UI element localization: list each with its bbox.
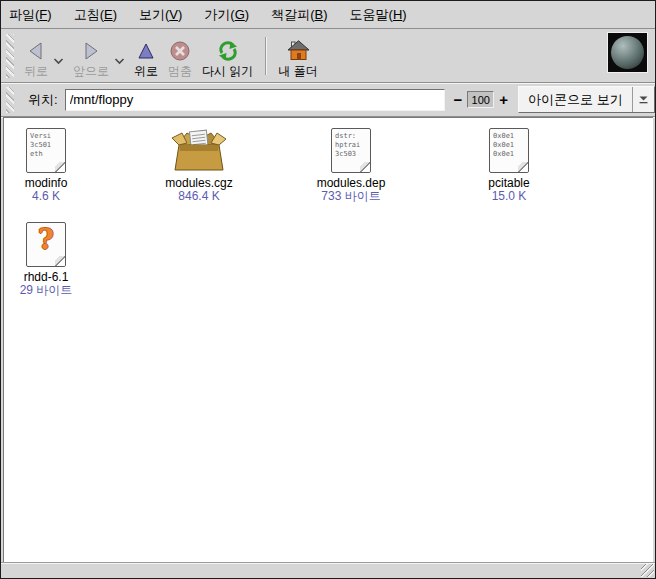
forward-arrow-icon [81,38,101,64]
menu-help[interactable]: 도움말(H) [350,6,407,24]
up-button[interactable]: 위로 [129,32,163,80]
location-input[interactable] [65,89,445,111]
unknown-document-icon: ? [26,222,66,267]
menu-view[interactable]: 보기(V) [139,6,182,24]
file-size: 733 바이트 [321,190,380,203]
home-button[interactable]: 내 폴더 [273,32,322,80]
status-bar [1,562,655,578]
home-icon [287,38,310,64]
file-size: 15.0 K [492,190,527,203]
reload-icon [216,38,240,64]
chevron-down-icon [639,95,648,104]
menu-edit[interactable]: 고침(E) [74,6,117,24]
package-icon [170,128,228,173]
file-item-modules-cgz[interactable]: modules.cgz 846.4 K [134,126,264,203]
up-arrow-icon [136,38,156,64]
folded-corner [360,162,371,173]
toolbar-separator [265,37,266,75]
resize-grip[interactable] [641,564,654,577]
text-document-icon: Versi3c501eth [26,128,66,173]
toolbar-drag-handle[interactable] [6,34,14,78]
file-size: 29 바이트 [20,284,73,297]
toolbar: 뒤로 앞으로 위로 [1,29,655,83]
question-mark-glyph: ? [27,224,65,255]
menubar: 파일(F) 고침(E) 보기(V) 가기(G) 책갈피(B) 도움말(H) [1,1,655,29]
file-size: 846.4 K [178,190,219,203]
menu-bookmarks[interactable]: 책갈피(B) [271,6,327,24]
zoom-in-button[interactable]: + [499,93,508,107]
file-size: 4.6 K [32,190,60,203]
throbber-sphere-icon [611,36,644,69]
text-document-icon: dstr:hptrai3c503 [331,128,371,173]
folded-corner [55,162,66,173]
view-mode-arrow[interactable] [632,87,654,112]
reload-button[interactable]: 다시 읽기 [197,32,258,80]
folded-corner [518,162,529,173]
file-item-pcitable[interactable]: 0x0e10x0e10x0e1 pcitable 15.0 K [444,126,574,203]
file-view[interactable]: Versi3c501eth modinfo 4.6 K [3,117,653,562]
view-mode-dropdown[interactable]: 아이콘으로 보기 [518,86,655,113]
zoom-out-button[interactable]: − [454,93,463,107]
view-mode-selected: 아이콘으로 보기 [519,91,632,109]
location-bar: 위치: − 100 + 아이콘으로 보기 [1,83,655,117]
back-history-chevron-icon[interactable] [53,57,64,65]
menu-file[interactable]: 파일(F) [9,6,52,24]
zoom-controls: − 100 + [454,91,509,108]
folded-corner [55,256,66,267]
file-item-rhdd[interactable]: ? rhdd-6.1 29 바이트 [3,220,111,297]
stop-button[interactable]: 멈춤 [163,32,197,80]
menu-go[interactable]: 가기(G) [204,6,249,24]
back-arrow-icon [26,38,46,64]
file-item-modules-dep[interactable]: dstr:hptrai3c503 modules.dep 733 바이트 [286,126,416,203]
throbber [607,32,648,73]
stop-icon [169,38,191,64]
back-button[interactable]: 뒤로 [19,32,53,80]
zoom-level-indicator: 100 [467,91,494,108]
text-document-icon: 0x0e10x0e10x0e1 [489,128,529,173]
location-bar-drag-handle[interactable] [6,87,14,113]
location-label: 위치: [28,91,58,109]
forward-history-chevron-icon[interactable] [114,57,125,65]
file-manager-window: 파일(F) 고침(E) 보기(V) 가기(G) 책갈피(B) 도움말(H) 뒤로 [0,0,656,579]
file-item-modinfo[interactable]: Versi3c501eth modinfo 4.6 K [3,126,111,203]
forward-button[interactable]: 앞으로 [68,32,114,80]
